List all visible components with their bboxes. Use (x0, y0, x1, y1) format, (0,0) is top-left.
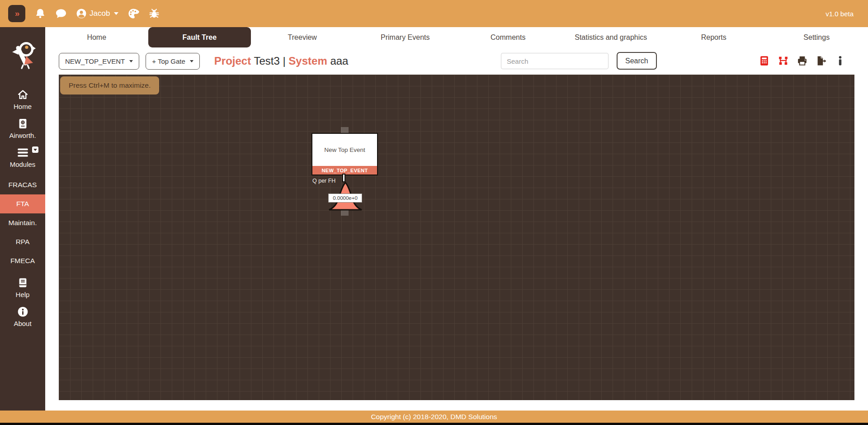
main-content: Home Fault Tree Treeview Primary Events … (45, 27, 868, 411)
maximize-hint: Press Ctrl+M to maximize. (60, 76, 159, 94)
bars-icon (17, 146, 29, 159)
gate-value-chip[interactable]: 0.0000e+0 (328, 194, 362, 203)
modules-collapse-icon[interactable] (32, 146, 38, 153)
fault-tree-canvas[interactable]: Press Ctrl+M to maximize. New Top Event … (59, 75, 854, 400)
tab-home[interactable]: Home (45, 27, 148, 47)
tab-bar: Home Fault Tree Treeview Primary Events … (45, 27, 868, 47)
user-icon (76, 8, 87, 19)
sidebar-item-fta[interactable]: FTA (0, 194, 45, 213)
sidebar: Home Airworth. Modules FRACAS FTA Mainta… (0, 27, 45, 411)
sidebar-item-about[interactable]: About (0, 306, 45, 327)
chevron-down-icon (114, 12, 118, 15)
sidebar-item-label: Airworth. (9, 132, 36, 139)
title-separator: | (283, 55, 285, 67)
search-button[interactable]: Search (617, 52, 657, 70)
chevron-down-icon (190, 60, 193, 62)
chevron-down-icon (129, 60, 133, 62)
bug-report-icon[interactable] (148, 8, 160, 19)
toolbar-icons (759, 55, 846, 66)
project-label: Project (214, 55, 251, 67)
sidebar-item-rpa[interactable]: RPA (0, 232, 45, 251)
sidebar-item-label: About (14, 320, 31, 327)
sidebar-expand-button[interactable]: » (8, 5, 25, 22)
top-event-dropdown[interactable]: NEW_TOP_EVENT (59, 53, 139, 70)
connector-stub-top (341, 127, 349, 133)
search-input[interactable] (501, 53, 609, 69)
home-icon (17, 89, 29, 101)
sidebar-item-airworthiness[interactable]: Airworth. (0, 118, 45, 139)
file-export-icon[interactable] (816, 55, 827, 66)
tab-fault-tree[interactable]: Fault Tree (148, 27, 251, 47)
add-top-gate-label: + Top Gate (152, 57, 185, 65)
user-name: Jacob (90, 9, 110, 18)
sidebar-item-modules[interactable]: Modules (0, 146, 45, 168)
app-bird-logo (8, 40, 37, 70)
app-window: » Jacob (0, 0, 868, 425)
top-event-dropdown-label: NEW_TOP_EVENT (65, 57, 125, 65)
tab-primary-events[interactable]: Primary Events (354, 27, 457, 47)
tab-settings[interactable]: Settings (765, 27, 868, 47)
sidebar-item-label: Modules (10, 161, 36, 168)
sidebar-item-home[interactable]: Home (0, 89, 45, 110)
bottom-edge-strip (0, 423, 868, 425)
printer-icon[interactable] (797, 55, 808, 66)
system-value: aaa (330, 55, 348, 67)
sidebar-item-fmeca[interactable]: FMECA (0, 251, 45, 270)
notifications-bell-icon[interactable] (34, 8, 46, 19)
top-bar: » Jacob (0, 0, 868, 27)
sidebar-item-label: Home (14, 103, 32, 110)
info-icon[interactable] (835, 55, 846, 66)
tab-treeview[interactable]: Treeview (251, 27, 354, 47)
tab-statistics-and-graphics[interactable]: Statistics and graphics (560, 27, 663, 47)
book-icon (17, 277, 29, 289)
tab-reports[interactable]: Reports (662, 27, 765, 47)
add-top-gate-dropdown[interactable]: + Top Gate (146, 53, 200, 70)
sidebar-item-maintain[interactable]: Maintain. (0, 213, 45, 232)
copyright-text: Copyright (c) 2018-2020, DMD Solutions (371, 413, 497, 421)
system-label: System (288, 55, 327, 67)
user-menu[interactable]: Jacob (76, 8, 118, 19)
version-label: v1.0 beta (826, 10, 854, 18)
project-value: Test3 (254, 55, 279, 67)
info-circle-icon (17, 306, 29, 318)
footer-bar: Copyright (c) 2018-2020, DMD Solutions (0, 411, 868, 423)
passport-icon (17, 118, 29, 130)
sidebar-item-fracas[interactable]: FRACAS (0, 175, 45, 194)
sidebar-item-label: Help (16, 291, 30, 298)
page-title: Project Test3 | System aaa (214, 55, 349, 67)
tab-comments[interactable]: Comments (457, 27, 560, 47)
node-title: New Top Event (312, 134, 377, 166)
project-diagram-icon[interactable] (778, 55, 789, 66)
sidebar-item-help[interactable]: Help (0, 277, 45, 298)
calculator-icon[interactable] (759, 55, 770, 66)
chat-icon[interactable] (55, 8, 67, 19)
fta-toolbar: NEW_TOP_EVENT + Top Gate Project Test3 |… (45, 47, 868, 75)
top-event-node[interactable]: New Top Event NEW_TOP_EVENT (311, 133, 378, 175)
theme-palette-icon[interactable] (127, 8, 139, 19)
